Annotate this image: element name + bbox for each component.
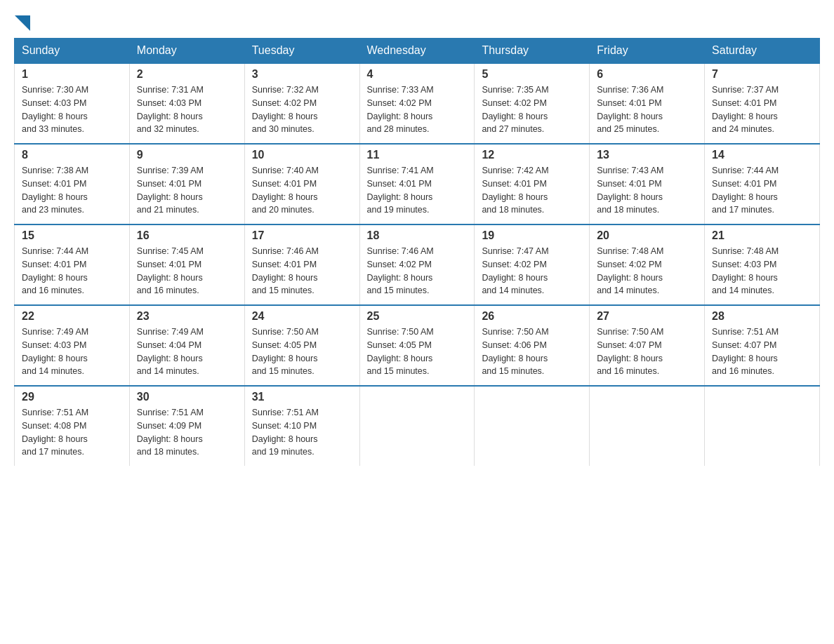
calendar-cell: 26 Sunrise: 7:50 AM Sunset: 4:06 PM Dayl… — [475, 305, 590, 386]
calendar-cell: 9 Sunrise: 7:39 AM Sunset: 4:01 PM Dayli… — [129, 144, 244, 224]
calendar-cell: 12 Sunrise: 7:42 AM Sunset: 4:01 PM Dayl… — [475, 144, 590, 224]
calendar-week-row: 22 Sunrise: 7:49 AM Sunset: 4:03 PM Dayl… — [15, 305, 820, 386]
weekday-header-tuesday: Tuesday — [244, 39, 359, 64]
calendar-header-row: SundayMondayTuesdayWednesdayThursdayFrid… — [15, 39, 820, 64]
calendar-cell — [590, 386, 705, 466]
day-number: 18 — [367, 229, 468, 242]
day-info: Sunrise: 7:50 AM Sunset: 4:05 PM Dayligh… — [252, 326, 352, 378]
calendar-week-row: 1 Sunrise: 7:30 AM Sunset: 4:03 PM Dayli… — [15, 63, 820, 144]
day-number: 21 — [712, 229, 812, 242]
weekday-header-monday: Monday — [129, 39, 244, 64]
day-info: Sunrise: 7:47 AM Sunset: 4:02 PM Dayligh… — [482, 245, 582, 297]
calendar-cell: 19 Sunrise: 7:47 AM Sunset: 4:02 PM Dayl… — [475, 224, 590, 305]
logo — [14, 14, 30, 31]
day-number: 6 — [597, 68, 697, 81]
weekday-header-wednesday: Wednesday — [359, 39, 475, 64]
day-info: Sunrise: 7:42 AM Sunset: 4:01 PM Dayligh… — [482, 164, 582, 217]
day-number: 17 — [252, 229, 352, 242]
day-info: Sunrise: 7:51 AM Sunset: 4:07 PM Dayligh… — [712, 326, 812, 378]
day-number: 9 — [137, 149, 237, 161]
day-number: 5 — [482, 68, 582, 81]
logo-triangle-icon — [15, 15, 30, 31]
day-info: Sunrise: 7:45 AM Sunset: 4:01 PM Dayligh… — [137, 245, 237, 297]
calendar-cell: 23 Sunrise: 7:49 AM Sunset: 4:04 PM Dayl… — [129, 305, 244, 386]
calendar-table: SundayMondayTuesdayWednesdayThursdayFrid… — [14, 38, 820, 466]
calendar-cell: 25 Sunrise: 7:50 AM Sunset: 4:05 PM Dayl… — [359, 305, 475, 386]
calendar-cell: 17 Sunrise: 7:46 AM Sunset: 4:01 PM Dayl… — [244, 224, 359, 305]
calendar-cell: 28 Sunrise: 7:51 AM Sunset: 4:07 PM Dayl… — [705, 305, 820, 386]
day-info: Sunrise: 7:37 AM Sunset: 4:01 PM Dayligh… — [712, 83, 812, 136]
day-info: Sunrise: 7:33 AM Sunset: 4:02 PM Dayligh… — [367, 83, 468, 136]
calendar-cell: 22 Sunrise: 7:49 AM Sunset: 4:03 PM Dayl… — [15, 305, 130, 386]
day-number: 3 — [252, 68, 352, 81]
calendar-cell: 1 Sunrise: 7:30 AM Sunset: 4:03 PM Dayli… — [15, 63, 130, 144]
calendar-cell: 21 Sunrise: 7:48 AM Sunset: 4:03 PM Dayl… — [705, 224, 820, 305]
day-info: Sunrise: 7:41 AM Sunset: 4:01 PM Dayligh… — [367, 164, 468, 217]
day-info: Sunrise: 7:39 AM Sunset: 4:01 PM Dayligh… — [137, 164, 237, 217]
day-info: Sunrise: 7:44 AM Sunset: 4:01 PM Dayligh… — [22, 245, 122, 297]
calendar-cell: 13 Sunrise: 7:43 AM Sunset: 4:01 PM Dayl… — [590, 144, 705, 224]
calendar-week-row: 29 Sunrise: 7:51 AM Sunset: 4:08 PM Dayl… — [15, 386, 820, 466]
day-info: Sunrise: 7:50 AM Sunset: 4:06 PM Dayligh… — [482, 326, 582, 378]
day-number: 7 — [712, 68, 812, 81]
calendar-week-row: 8 Sunrise: 7:38 AM Sunset: 4:01 PM Dayli… — [15, 144, 820, 224]
day-number: 11 — [367, 149, 468, 161]
day-info: Sunrise: 7:38 AM Sunset: 4:01 PM Dayligh… — [22, 164, 122, 217]
day-info: Sunrise: 7:49 AM Sunset: 4:03 PM Dayligh… — [22, 326, 122, 378]
svg-marker-0 — [15, 15, 30, 31]
day-number: 28 — [712, 310, 812, 323]
day-info: Sunrise: 7:36 AM Sunset: 4:01 PM Dayligh… — [597, 83, 697, 136]
day-number: 29 — [22, 391, 122, 403]
day-number: 1 — [22, 68, 122, 81]
calendar-cell: 10 Sunrise: 7:40 AM Sunset: 4:01 PM Dayl… — [244, 144, 359, 224]
calendar-cell: 20 Sunrise: 7:48 AM Sunset: 4:02 PM Dayl… — [590, 224, 705, 305]
calendar-cell: 6 Sunrise: 7:36 AM Sunset: 4:01 PM Dayli… — [590, 63, 705, 144]
calendar-cell: 30 Sunrise: 7:51 AM Sunset: 4:09 PM Dayl… — [129, 386, 244, 466]
calendar-cell: 15 Sunrise: 7:44 AM Sunset: 4:01 PM Dayl… — [15, 224, 130, 305]
calendar-cell: 31 Sunrise: 7:51 AM Sunset: 4:10 PM Dayl… — [244, 386, 359, 466]
day-number: 2 — [137, 68, 237, 81]
day-number: 20 — [597, 229, 697, 242]
day-number: 16 — [137, 229, 237, 242]
day-info: Sunrise: 7:46 AM Sunset: 4:02 PM Dayligh… — [367, 245, 468, 297]
day-info: Sunrise: 7:51 AM Sunset: 4:08 PM Dayligh… — [22, 406, 122, 459]
day-info: Sunrise: 7:51 AM Sunset: 4:10 PM Dayligh… — [252, 406, 352, 459]
day-info: Sunrise: 7:50 AM Sunset: 4:07 PM Dayligh… — [597, 326, 697, 378]
calendar-cell: 4 Sunrise: 7:33 AM Sunset: 4:02 PM Dayli… — [359, 63, 475, 144]
day-info: Sunrise: 7:50 AM Sunset: 4:05 PM Dayligh… — [367, 326, 468, 378]
weekday-header-friday: Friday — [590, 39, 705, 64]
day-info: Sunrise: 7:44 AM Sunset: 4:01 PM Dayligh… — [712, 164, 812, 217]
calendar-cell — [359, 386, 475, 466]
day-number: 19 — [482, 229, 582, 242]
day-number: 10 — [252, 149, 352, 161]
day-number: 12 — [482, 149, 582, 161]
day-number: 27 — [597, 310, 697, 323]
day-number: 8 — [22, 149, 122, 161]
page-header — [14, 14, 820, 31]
calendar-cell: 27 Sunrise: 7:50 AM Sunset: 4:07 PM Dayl… — [590, 305, 705, 386]
calendar-cell: 11 Sunrise: 7:41 AM Sunset: 4:01 PM Dayl… — [359, 144, 475, 224]
calendar-cell: 24 Sunrise: 7:50 AM Sunset: 4:05 PM Dayl… — [244, 305, 359, 386]
day-info: Sunrise: 7:48 AM Sunset: 4:03 PM Dayligh… — [712, 245, 812, 297]
day-number: 30 — [137, 391, 237, 403]
day-info: Sunrise: 7:51 AM Sunset: 4:09 PM Dayligh… — [137, 406, 237, 459]
calendar-cell: 14 Sunrise: 7:44 AM Sunset: 4:01 PM Dayl… — [705, 144, 820, 224]
weekday-header-sunday: Sunday — [15, 39, 130, 64]
day-number: 23 — [137, 310, 237, 323]
day-number: 13 — [597, 149, 697, 161]
day-info: Sunrise: 7:46 AM Sunset: 4:01 PM Dayligh… — [252, 245, 352, 297]
day-number: 14 — [712, 149, 812, 161]
calendar-cell — [705, 386, 820, 466]
calendar-cell: 7 Sunrise: 7:37 AM Sunset: 4:01 PM Dayli… — [705, 63, 820, 144]
day-info: Sunrise: 7:31 AM Sunset: 4:03 PM Dayligh… — [137, 83, 237, 136]
calendar-cell: 18 Sunrise: 7:46 AM Sunset: 4:02 PM Dayl… — [359, 224, 475, 305]
day-number: 26 — [482, 310, 582, 323]
day-number: 15 — [22, 229, 122, 242]
day-number: 4 — [367, 68, 468, 81]
calendar-cell: 29 Sunrise: 7:51 AM Sunset: 4:08 PM Dayl… — [15, 386, 130, 466]
day-info: Sunrise: 7:49 AM Sunset: 4:04 PM Dayligh… — [137, 326, 237, 378]
day-number: 22 — [22, 310, 122, 323]
day-info: Sunrise: 7:30 AM Sunset: 4:03 PM Dayligh… — [22, 83, 122, 136]
day-info: Sunrise: 7:43 AM Sunset: 4:01 PM Dayligh… — [597, 164, 697, 217]
day-number: 24 — [252, 310, 352, 323]
